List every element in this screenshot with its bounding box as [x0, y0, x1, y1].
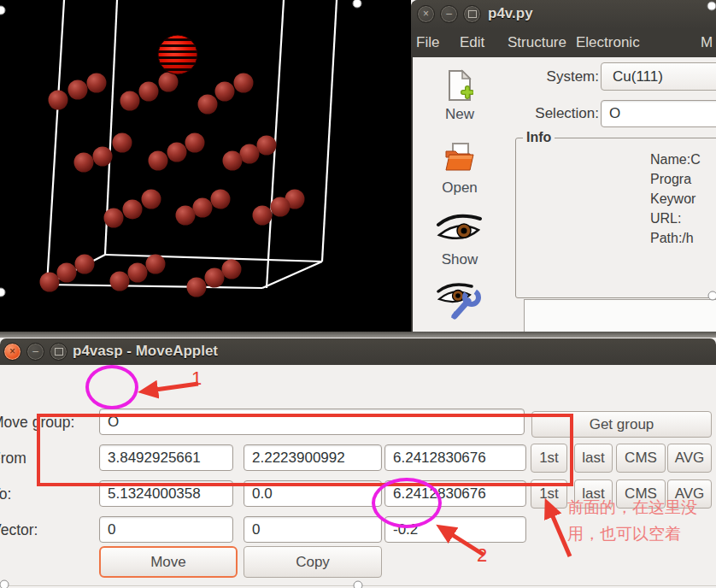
p4v-titlebar[interactable]: × – p4v.py: [411, 0, 716, 29]
atom: [40, 273, 60, 292]
vector-label: Vector:: [0, 521, 38, 539]
to-label: To:: [0, 485, 11, 503]
structure-3d-view[interactable]: [0, 0, 411, 338]
to-x-input[interactable]: 5.1324000358: [99, 480, 233, 507]
atom: [113, 133, 132, 153]
maximize-glyph: [468, 10, 477, 18]
move-group-input[interactable]: O: [99, 409, 525, 435]
info-line-path: Path:/h: [650, 231, 694, 246]
from-avg-button[interactable]: AVG: [667, 444, 712, 473]
system-combo[interactable]: Cu(111): [601, 62, 716, 91]
selection-input[interactable]: O: [601, 100, 716, 127]
eye-wrench-icon[interactable]: [436, 280, 485, 323]
to-y-input[interactable]: 0.0: [244, 480, 382, 507]
atom: [215, 82, 235, 102]
atom: [234, 74, 254, 93]
selection-handle[interactable]: [707, 2, 716, 11]
minimize-icon[interactable]: –: [440, 5, 458, 23]
selected-atom-stripe: [158, 62, 197, 65]
atom: [120, 91, 140, 111]
atom: [187, 278, 207, 297]
get-group-button[interactable]: Get group: [531, 411, 712, 438]
maximize-icon[interactable]: [50, 343, 67, 361]
from-x-input[interactable]: 3.8492925661: [99, 444, 233, 471]
atom: [193, 198, 213, 218]
p4v-menubar: File Edit Structure Electronic M: [411, 29, 716, 57]
from-label: From: [0, 450, 26, 467]
moveapplet-content: Move group: O Get group From 3.849292566…: [0, 365, 716, 588]
atom: [176, 206, 196, 226]
to-cms-button[interactable]: CMS: [616, 479, 666, 509]
selected-atom-stripe: [158, 50, 197, 53]
from-y-input[interactable]: 2.2223900992: [244, 444, 382, 471]
open-folder-icon[interactable]: [444, 143, 475, 175]
selected-atom-stripe: [158, 44, 197, 47]
atom: [142, 190, 161, 209]
vector-z-input[interactable]: -0.2: [384, 516, 526, 543]
info-line-program: Progra: [650, 172, 691, 187]
atom: [57, 263, 77, 283]
system-label: System:: [507, 68, 599, 85]
selection-handle[interactable]: [0, 580, 9, 588]
menu-item-file[interactable]: File: [416, 34, 439, 51]
from-1st-button[interactable]: 1st: [531, 444, 567, 473]
atom: [93, 147, 113, 167]
from-cms-button[interactable]: CMS: [616, 444, 666, 473]
p4v-content: New Open Show: [413, 57, 716, 338]
wireframe-edge: [322, 0, 337, 262]
info-line-url: URL:: [650, 211, 681, 226]
atom: [87, 74, 107, 93]
menu-item-m[interactable]: M: [701, 34, 713, 51]
moveapplet-titlebar[interactable]: × – p4vasp - MoveApplet: [0, 338, 716, 365]
to-1st-button[interactable]: 1st: [531, 479, 567, 509]
close-icon[interactable]: ×: [3, 343, 21, 361]
new-document-icon[interactable]: [446, 69, 473, 105]
toolbar-new-button[interactable]: New: [425, 106, 494, 123]
maximize-icon[interactable]: [463, 5, 481, 23]
close-icon[interactable]: ×: [417, 5, 435, 23]
to-last-button[interactable]: last: [574, 479, 613, 509]
selection-handle[interactable]: [354, 581, 363, 588]
maximize-glyph: [55, 348, 63, 356]
atom: [104, 209, 124, 228]
menu-item-structure[interactable]: Structure: [508, 34, 566, 51]
atom: [75, 255, 95, 274]
from-z-input[interactable]: 6.2412830676: [384, 444, 526, 471]
atom: [253, 206, 273, 226]
info-line-keywords: Keywor: [650, 191, 695, 207]
copy-button[interactable]: Copy: [244, 546, 382, 578]
from-last-button[interactable]: last: [574, 444, 613, 473]
p4v-window: × – p4v.py File Edit Structure Electroni…: [411, 0, 716, 338]
wireframe-edge: [47, 285, 262, 288]
structure-scene: [0, 0, 411, 338]
atom: [211, 190, 231, 209]
move-button[interactable]: Move: [99, 546, 238, 578]
wireframe-edge: [105, 255, 322, 262]
atom: [185, 133, 205, 153]
atom: [271, 197, 291, 217]
atom: [128, 263, 148, 283]
atom: [139, 82, 159, 102]
atom: [159, 73, 179, 92]
info-legend: Info: [523, 130, 555, 145]
atom: [205, 268, 225, 288]
to-z-input[interactable]: 6.2412830676: [384, 480, 526, 507]
selection-handle[interactable]: [708, 291, 716, 301]
minimize-icon[interactable]: –: [26, 343, 44, 361]
menu-item-edit[interactable]: Edit: [460, 34, 484, 51]
vector-y-input[interactable]: 0: [244, 516, 382, 543]
to-avg-button[interactable]: AVG: [667, 479, 712, 509]
atom: [68, 80, 88, 100]
atom: [198, 95, 218, 115]
window-title: p4vasp - MoveApplet: [73, 343, 218, 360]
vector-x-input[interactable]: 0: [99, 516, 233, 543]
atom: [149, 151, 168, 171]
window-title: p4v.py: [488, 5, 533, 22]
selected-atom-stripe: [158, 56, 197, 59]
atom: [223, 151, 243, 171]
atom: [74, 153, 94, 173]
toolbar-show-button[interactable]: Show: [425, 251, 494, 268]
menu-item-electronic[interactable]: Electronic: [576, 34, 640, 51]
eye-icon[interactable]: [436, 211, 484, 250]
toolbar-open-button[interactable]: Open: [425, 179, 494, 197]
